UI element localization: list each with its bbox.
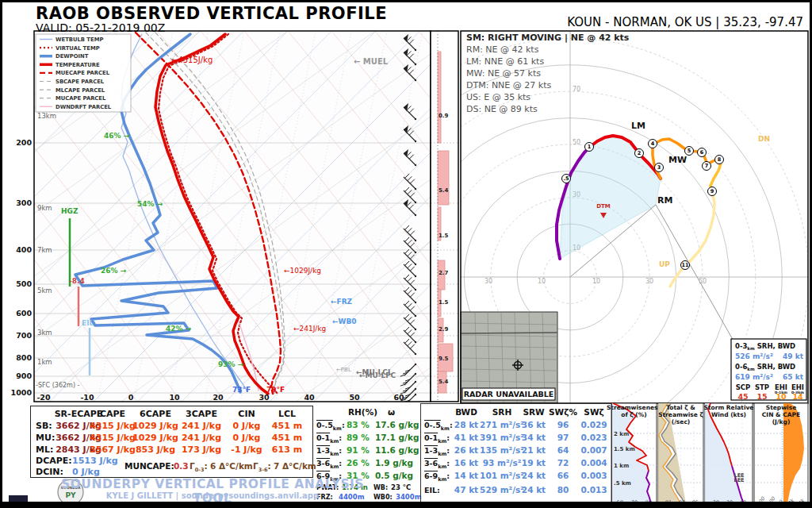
pressure-tick: 300 [16,198,32,207]
panel-title: Wind (kts) [711,411,746,418]
legend-label: DWNDRFT PARCEL [56,104,112,110]
stats-value: 451 m [272,433,302,442]
kin-row-label: 6-9km: [424,471,450,484]
pressure-tick: 400 [16,245,32,254]
panel-stepwise-cin-cape: StepwiseCIN & CAPE(J/kg)-200-10002k4k [754,403,808,508]
hodo-info-line: SM: RIGHT MOVING | NE @ 42 kts [466,33,630,43]
stats-value: 1029 J/kg [132,421,178,430]
kin-value: 72 [557,459,569,468]
motion-label-mw: MW [668,155,687,165]
pressure-tick: 200 [16,138,32,147]
height-marker-label: 11 [681,262,689,268]
annotation: EIL [82,319,94,327]
omega-bar [438,151,449,205]
kin-value: 135 m²/s² [480,446,524,455]
height-marker-label: 7 [705,163,709,169]
station-label: KOUN - NORMAN, OK US | 35.23, -97.47 [567,15,803,29]
kinematics-table: BWDSRHSRWSWζ%SWζ0-.5km:28 kt271 m²/s²36 … [420,403,612,508]
annotation: 26% → [101,267,127,275]
omega-header: ω [388,408,395,417]
kin-value: 24 kt [522,471,546,480]
thermodynamics-table: SR-ECAPECAPE6CAPE3CAPECINLCLSB:3662 J/kg… [30,406,313,478]
page-title: RAOB OBSERVED VERTICAL PROFILE [36,4,387,23]
rh-row-label: 0-1km: [316,433,342,446]
index-value: 45 [737,392,748,401]
height-marker-label: 4 [651,140,655,147]
annotation: ←FRZ [331,298,353,306]
kin-value: 271 m²/s² [480,421,524,429]
kin-value: 0.003 [580,471,607,480]
ring-label: 50 [573,139,580,146]
omega-value: 17.1 g/kg [375,433,419,442]
kin-row-label: 3-6km: [424,459,450,471]
stats-row-label: MU: [36,433,55,442]
dcin-value: 0 J/kg [72,468,100,476]
temperature-tick: -20 [36,393,51,402]
kin-value: 0.007 [580,446,607,455]
stats-value: 0 J/kg [233,433,261,442]
height-marker-label: 5 [688,148,691,154]
kin-header: SRH [492,408,511,417]
kin-value: 0.004 [580,459,607,468]
stats-header: LCL [278,410,296,418]
footer-author: KYLE J GILLETT | sounderpysoundings.anvi… [42,491,383,500]
stats-row-label: ML: [36,445,53,454]
kin-value: 47 kt [454,486,478,495]
kin-header: SRW [523,408,544,417]
stats-value: 3567 J/kg [90,445,136,454]
annotation: 93% → [218,360,244,368]
stats-header: 3CAPE [186,410,217,418]
legend-label: TEMPERATURE [56,62,100,68]
pressure-tick: 600 [16,309,32,318]
kin-value: 96 [557,421,569,429]
kin-header: SWζ% [549,408,577,417]
kin-row-label: 1-3km: [424,446,450,459]
kin-value: 391 m²/s² [480,433,524,442]
rh-row-label: 1-3km: [316,446,342,459]
panel-title: of ζ (%) [621,411,646,418]
panel-title: Total ζ & [666,404,695,411]
kin-value: 28 kt [454,421,478,429]
kin-value: 36 kt [522,421,546,429]
kin-value: 24 kt [522,486,546,495]
height-marker-label: 2 [638,150,642,156]
ring-label: 10 [592,278,600,285]
radar-inset: RADAR UNAVAILABLE [461,312,557,403]
srh-summary-box: 0-3km SRH, BWD526 m²/s²49 kt0-6km SRH, B… [731,339,806,401]
rh-value: 83 % [347,421,370,429]
stats-header: 6CAPE [140,410,171,418]
omega-bar-label: 1.5 [439,233,449,239]
bottom-border-bar [2,502,812,506]
index-value: 14 [792,392,803,401]
bwd-value: 65 kt [783,373,804,381]
rh-value: 89 % [347,433,370,442]
kin-value: 66 [557,471,569,480]
panel-title: CIN & CAPE [762,411,800,418]
dcin-label: DCIN: [36,468,63,476]
skewt-legend: WETBULB TEMPVIRTUAL TEMPDEWPOINTTEMPERAT… [36,34,131,112]
annotation: -SFC (362m) - [36,382,80,389]
panel-title: (/sec) [672,418,691,425]
legend-label: WETBULB TEMP [56,37,103,43]
legend-label: SBCAPE PARCEL [56,79,105,85]
kin-value: 41 kt [454,433,478,442]
omega-bar-label: 2.9 [439,326,449,333]
annotation: ←WB0 [332,318,357,325]
gamma1-label: Γ0-3: [190,462,208,475]
temperature-tick: 40 [304,393,315,402]
omega-bar-label: 5.4 [439,379,449,385]
panel-total-streamwise-vorticity: Total ζ &Streamwise ζ(/sec).01.03.05 [658,403,703,508]
pressure-tick: 700 [16,331,32,340]
stats-header: SR-ECAPE [55,410,103,418]
annotation: 54% → [137,200,163,208]
stats-value: 241 J/kg [182,433,221,442]
figure-frame: ←4315J/kg← MUEL46% →54% →HGZ26% →-8.4EIL… [0,0,812,508]
rh-value: 26 % [347,459,370,468]
stats-value: 241 J/kg [182,421,221,430]
srh-box-row-label: 0-3km SRH, BWD [735,342,795,351]
hodo-info-line: RM: NE @ 42 kts [466,44,539,55]
annotation: ←4315J/kg [171,56,213,64]
motion-label-lm: LM [631,121,645,131]
rh-header: RH(%) [348,408,377,417]
panel-ylabel: 1.5 km [614,446,635,452]
